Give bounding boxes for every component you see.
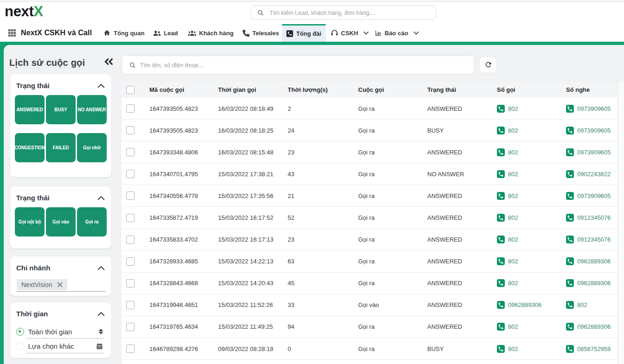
table-row[interactable]: 1647319946.4651 15/03/2022 11:52:26 33 G… [122,294,618,316]
row-checkbox[interactable] [126,236,135,244]
row-checkbox[interactable] [126,257,135,266]
nav-item-lead[interactable]: Lead [153,24,178,42]
row-checkbox[interactable] [126,126,135,134]
phone-badge-icon [497,279,505,287]
chevron-up-icon[interactable] [97,266,105,270]
callee-number[interactable]: 0973909605 [577,105,611,112]
status-filter-button[interactable]: Gọi nhỡ [77,133,107,162]
nav-item-tong-dai[interactable]: Tổng đài [282,24,326,42]
table-row[interactable]: 1647340556.4778 15/03/2022 17:35:56 21 G… [122,185,618,207]
branch-input-underline[interactable] [16,291,106,292]
phone-badge-icon [497,192,505,200]
caller-number[interactable]: 802 [508,171,518,178]
row-checkbox[interactable] [126,170,135,178]
remove-tag-icon[interactable] [57,282,63,287]
chevron-up-icon[interactable] [97,83,105,88]
table-row[interactable]: 1647319765.4634 15/03/2022 11:49:25 94 G… [122,316,618,338]
phone-badge-icon [497,236,505,243]
cell-call-id: 1647335833.4702 [149,236,218,243]
caller-number[interactable]: 802 [508,236,518,243]
refresh-button[interactable] [479,56,497,73]
table-row[interactable]: 1647340701.4795 15/03/2022 17:38:21 43 G… [122,163,618,185]
table-row[interactable]: 1647393505.4823 16/03/2022 08:18:25 24 G… [122,120,618,141]
branch-tag: NextVision [17,279,67,290]
cell-status: ANSWERED [427,105,497,112]
callee-number[interactable]: 802 [577,301,587,308]
search-icon [257,9,264,16]
status-filter-button[interactable]: CONGESTION [15,133,45,162]
status-filter-button[interactable]: BUSY [46,95,76,124]
table-row[interactable]: 1647393505.4823 16/03/2022 08:18:49 2 Gọ… [122,98,618,120]
callee-number[interactable]: 0962889306 [577,280,611,287]
nav-item-bao-cao[interactable]: Báo cáo [374,24,419,42]
row-select-cell [122,345,149,353]
table-row[interactable]: 1647393348.4806 16/03/2022 08:15:48 23 G… [122,141,618,163]
time-underline [26,338,104,338]
status-filter-button[interactable]: ANSWERED [15,95,45,124]
direction-filter-button[interactable]: Gọi vào [46,207,76,236]
cell-status: ANSWERED [427,323,497,330]
callee-number[interactable]: 0973909605 [577,149,611,156]
table-row[interactable]: 1646789298.4276 09/03/2022 08:28:18 0 Gọ… [122,338,618,360]
nav-item-tong-quan[interactable]: Tổng quan [103,24,144,42]
row-checkbox[interactable] [126,192,135,200]
cell-direction: Gọi ra [358,236,427,243]
nav-item-telesales[interactable]: Telesales [243,24,279,42]
caller-number[interactable]: 0962889306 [508,301,541,308]
row-checkbox[interactable] [126,323,135,331]
chevron-up-icon[interactable] [97,312,105,316]
nav-item-cskh[interactable]: CSKH [331,24,369,42]
caller-number[interactable]: 802 [508,149,518,156]
direction-filter-button[interactable]: Gọi nội bộ [15,207,45,236]
caller-number[interactable]: 802 [508,280,518,287]
cell-duration: 24 [288,127,358,134]
callee-number[interactable]: 0962889306 [577,258,611,265]
callee-number[interactable]: 0912345076 [577,236,611,243]
caller-number[interactable]: 802 [508,258,518,265]
time-option-custom[interactable]: Lựa chọn khác [16,341,104,351]
radio-custom-time[interactable] [16,342,24,350]
select-all-checkbox[interactable] [126,86,135,94]
table-row[interactable]: 1647335833.4702 15/03/2022 16:17:13 23 G… [122,229,618,251]
global-search-input[interactable]: Tìm kiếm Lead, khách hàng, đơn hàng,... [251,6,436,20]
caller-number[interactable]: 802 [508,192,518,199]
callee-number[interactable]: 0962889306 [577,323,611,330]
row-checkbox[interactable] [126,345,135,353]
row-checkbox[interactable] [126,214,135,222]
collapse-sidebar-icon[interactable] [104,58,113,65]
status-filter-button[interactable]: FAILED [46,133,76,162]
caller-number[interactable]: 802 [508,127,518,134]
calendar-icon[interactable] [96,343,103,350]
time-option-all[interactable]: Toàn thời gian [16,326,104,337]
row-checkbox[interactable] [126,104,135,113]
caller-number[interactable]: 802 [508,214,518,221]
callee-number[interactable]: 0858752959 [577,345,611,352]
sort-icon[interactable] [98,328,103,335]
cell-direction: Gọi ra [358,149,427,156]
table-search-input[interactable]: Tìm tên, số điện thoại,... [122,56,474,74]
row-checkbox[interactable] [126,301,135,309]
caller-number[interactable]: 802 [508,323,518,330]
table-row[interactable]: 1647328843.4668 15/03/2022 14:20:43 45 G… [122,273,618,294]
callee-number[interactable]: 0912345076 [577,214,611,221]
phone-badge-icon [566,345,574,353]
nav-item-khach-hang[interactable]: Khách hàng [188,24,233,42]
direction-filter-button[interactable]: Gọi ra [77,207,107,236]
cell-direction: Gọi ra [358,280,427,287]
status-filter-button[interactable]: NO ANSWER [77,95,107,124]
radio-all-time[interactable] [16,328,24,336]
chevron-up-icon[interactable] [97,196,105,200]
row-checkbox[interactable] [126,148,135,156]
table-row[interactable]: 1647328933.4685 15/03/2022 14:22:13 63 G… [122,251,618,273]
brand-logo[interactable]: nextX [5,3,43,20]
row-select-cell [122,104,149,113]
scrollbar-track[interactable] [618,82,624,364]
phone-badge-icon [566,148,574,156]
callee-number[interactable]: 0973909605 [577,192,611,199]
row-checkbox[interactable] [126,279,135,287]
callee-number[interactable]: 0902243822 [577,171,611,178]
callee-number[interactable]: 0973909605 [577,127,611,134]
table-row[interactable]: 1647335872.4719 15/03/2022 16:17:52 52 G… [122,207,618,229]
caller-number[interactable]: 802 [508,105,518,112]
caller-number[interactable]: 802 [508,345,518,352]
